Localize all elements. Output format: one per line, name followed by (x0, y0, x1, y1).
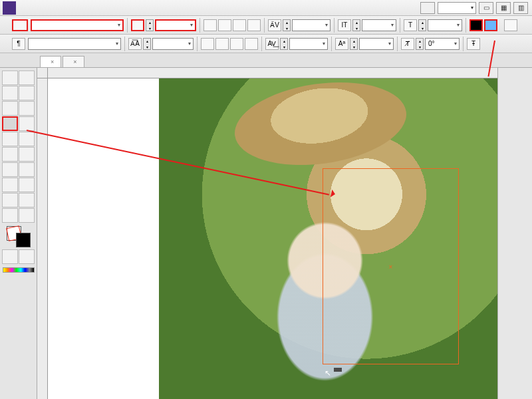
ruler-origin[interactable] (37, 68, 48, 78)
color-bar[interactable] (3, 267, 35, 273)
dimensions-tooltip: ↖ (334, 368, 342, 372)
kerning-icon: A̋V (268, 19, 281, 31)
app-icon (3, 1, 16, 15)
baseline-stepper[interactable] (350, 38, 358, 50)
format-container-button[interactable] (2, 249, 18, 264)
pen-tool[interactable] (2, 132, 18, 146)
gradient-swatch-tool[interactable] (2, 178, 18, 192)
lang-icon: Ŧ (467, 38, 480, 50)
eyedropper-tool[interactable] (19, 193, 35, 207)
document-tabs: × × (0, 53, 532, 68)
fill-color-button[interactable] (469, 19, 483, 31)
ellipse-tool[interactable] (19, 147, 35, 162)
bridge-button[interactable] (420, 2, 435, 14)
font-size-stepper[interactable] (146, 19, 154, 31)
font-style-combo[interactable] (28, 38, 121, 50)
leading-combo[interactable] (152, 38, 194, 50)
content-placer-tool[interactable] (19, 101, 35, 116)
stroke-color-button[interactable] (484, 19, 497, 31)
close-icon[interactable]: × (73, 59, 76, 65)
selection-tool[interactable] (2, 70, 18, 85)
fill-stroke-proxy[interactable] (7, 226, 31, 247)
vscale-stepper[interactable] (352, 19, 360, 31)
font-size-icon (131, 19, 144, 31)
arrow-head-icon (331, 190, 340, 199)
baseline-icon: Aª (335, 38, 348, 50)
swatches-panel (497, 68, 532, 399)
vertical-ruler[interactable] (37, 78, 48, 399)
direct-selection-tool[interactable] (19, 70, 35, 85)
gap-tool[interactable] (19, 86, 35, 100)
paragraph-mode-icon[interactable]: ¶ (12, 38, 25, 50)
tab-document-1[interactable]: × (40, 56, 61, 67)
hscale-stepper[interactable] (418, 19, 426, 31)
subscript-button[interactable] (201, 38, 214, 50)
close-icon[interactable]: × (51, 59, 54, 65)
ligature-button[interactable] (230, 38, 243, 50)
hscale-combo[interactable] (428, 19, 462, 31)
workspace: ↖ (0, 68, 532, 399)
pencil-tool[interactable] (19, 132, 35, 146)
format-text-button[interactable] (19, 249, 35, 264)
leading-stepper[interactable] (143, 38, 151, 50)
content-collector-tool[interactable] (2, 101, 18, 116)
gradient-feather-tool[interactable] (19, 178, 35, 192)
tab-document-2[interactable]: × (63, 56, 84, 67)
smallcaps-button[interactable] (218, 19, 231, 31)
type-tool[interactable] (2, 116, 18, 131)
horizontal-ruler[interactable] (48, 68, 532, 78)
rectangle-frame-tool[interactable] (2, 147, 18, 162)
vscale-combo[interactable] (362, 19, 396, 31)
character-mode-icon[interactable] (12, 19, 28, 31)
superscript-button[interactable] (233, 19, 246, 31)
document-canvas[interactable]: ↖ (48, 78, 532, 399)
screen-mode-button[interactable]: ▭ (479, 2, 493, 14)
vscale-icon: IT (338, 19, 351, 31)
tracking-icon: AV͟ (265, 38, 279, 50)
para-style-icon[interactable] (504, 19, 517, 31)
text-frame[interactable] (323, 168, 459, 364)
view-options-button[interactable]: ▦ (496, 2, 511, 14)
cursor-icon: ↖ (325, 369, 331, 377)
scissors-tool[interactable] (2, 162, 18, 177)
skew-value: 0° (428, 40, 435, 47)
leading-icon: A͞A (128, 38, 142, 50)
line-tool[interactable] (19, 116, 35, 131)
tracking-combo[interactable] (289, 38, 328, 50)
font-size-combo[interactable] (155, 19, 196, 31)
menu-bar: ▭ ▦ ▥ (0, 0, 532, 16)
caps-button[interactable] (203, 19, 217, 31)
baseline-combo[interactable] (359, 38, 394, 50)
kerning-stepper[interactable] (283, 19, 291, 31)
zoom-level[interactable] (438, 2, 476, 14)
font-family-combo[interactable] (31, 19, 124, 31)
control-panel-row2: ¶ A͞A AV͟ Aª T̸ 0° Ŧ (0, 35, 532, 53)
skew-stepper[interactable] (416, 38, 424, 50)
skew-combo[interactable]: 0° (425, 38, 460, 50)
arrange-button[interactable]: ▥ (513, 2, 528, 14)
zoom-tool[interactable] (19, 208, 35, 223)
note-tool[interactable] (2, 193, 18, 207)
hand-tool[interactable] (2, 208, 18, 223)
nobreak-button[interactable] (245, 38, 258, 50)
hscale-icon: T (404, 19, 417, 31)
control-panel-row1: A̋V IT T (0, 16, 532, 35)
skew-icon: T̸ (401, 38, 414, 50)
kerning-combo[interactable] (292, 19, 331, 31)
page-tool[interactable] (2, 86, 18, 100)
canvas-area: ↖ (37, 68, 532, 399)
toolbox (0, 68, 37, 399)
strikethrough-button[interactable] (215, 38, 229, 50)
underline-button[interactable] (247, 19, 261, 31)
tracking-stepper[interactable] (280, 38, 288, 50)
free-transform-tool[interactable] (19, 162, 35, 177)
